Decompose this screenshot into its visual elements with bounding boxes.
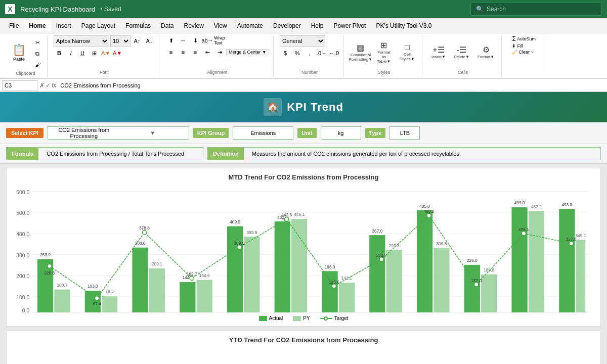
ribbon-number-group: General $ % , .0→ ←.0 Number	[276, 35, 344, 77]
font-color-button[interactable]: A▼	[112, 48, 123, 58]
bar-actual-may	[227, 226, 243, 312]
bar-py-apr	[197, 280, 212, 312]
legend-target-line-container	[320, 316, 332, 321]
clear-button[interactable]: 🧹Clear ~	[512, 50, 535, 55]
comma-button[interactable]: ,	[304, 48, 315, 58]
unit-value: kg	[321, 126, 361, 140]
increase-decimal-button[interactable]: .0→	[316, 48, 327, 58]
search-box[interactable]: 🔍	[470, 3, 602, 16]
kpi-group-value: Emissions	[233, 126, 293, 140]
number-format-select[interactable]: General	[280, 35, 325, 47]
wrap-text-button[interactable]: Wrap Text	[214, 35, 225, 46]
definition-text: Measures the amount of CO2 emissions gen…	[248, 149, 465, 159]
align-middle-button[interactable]: ↔	[178, 35, 189, 46]
svg-text:400.0: 400.0	[16, 232, 29, 237]
alignment-label: Alignment	[207, 69, 227, 75]
bar-actual-sep	[417, 210, 432, 312]
decrease-font-button[interactable]: A↓	[144, 36, 155, 46]
bar-py-jan	[54, 290, 70, 312]
copy-button[interactable]: ⧉	[32, 49, 43, 59]
format-as-table-button[interactable]: ⊞ Format as Table▼	[373, 38, 395, 66]
font-size-select[interactable]: 10	[110, 35, 131, 47]
svg-text:409.0: 409.0	[230, 219, 240, 224]
menu-home[interactable]: Home	[24, 20, 51, 31]
align-top-button[interactable]: ⬆	[165, 35, 177, 46]
align-left-button[interactable]: ≡	[165, 47, 177, 57]
mtd-chart-container: MTD Trend For CO2 Emissions from Process…	[6, 168, 601, 327]
kpi-group-label: KPI Group	[193, 128, 229, 138]
decrease-decimal-button[interactable]: ←.0	[328, 48, 339, 58]
indent-less-button[interactable]: ⇤	[202, 47, 213, 57]
menu-formulas[interactable]: Formulas	[120, 20, 156, 31]
cell-styles-button[interactable]: □ Cell Styles▼	[397, 41, 418, 63]
formula-box: Formula CO2 Emissions from Processing / …	[6, 147, 203, 160]
legend-target-circle	[324, 316, 328, 321]
align-bottom-button[interactable]: ⬇	[190, 35, 201, 46]
kpi-selected-value: CO2 Emissions from Processing	[50, 127, 118, 139]
font-family-select[interactable]: Aptos Narrow	[54, 35, 109, 47]
search-icon: 🔍	[476, 6, 484, 13]
svg-text:253.0: 253.0	[40, 252, 51, 257]
insert-cells-button[interactable]: +☰ Insert▼	[428, 43, 449, 61]
bar-actual-aug	[369, 235, 385, 312]
home-button[interactable]: 🏠	[264, 98, 282, 116]
cells-label: Cells	[458, 69, 468, 75]
format-cells-button[interactable]: ⚙ Format▼	[474, 43, 497, 61]
excel-icon: X	[5, 4, 15, 14]
svg-text:108.7: 108.7	[57, 283, 67, 288]
format-painter-button[interactable]: 🖌	[32, 60, 43, 70]
kpi-dropdown[interactable]: CO2 Emissions from Processing ▼	[48, 126, 189, 140]
menu-developer[interactable]: Developer	[268, 20, 306, 31]
styles-label: Styles	[378, 69, 391, 75]
menu-page-layout[interactable]: Page Layout	[76, 20, 120, 31]
border-button[interactable]: ⊞	[89, 48, 100, 58]
menu-review[interactable]: Review	[179, 20, 208, 31]
svg-text:378.8: 378.8	[139, 225, 150, 231]
select-kpi-button[interactable]: Select KPI	[6, 128, 44, 138]
saved-indicator: • Saved	[100, 6, 121, 13]
italic-button[interactable]: I	[65, 48, 76, 58]
target-point-jun	[285, 217, 289, 221]
formula-input[interactable]	[58, 80, 605, 90]
fill-color-button[interactable]: A▼	[100, 48, 111, 58]
menu-power-pivot[interactable]: Power Pivot	[328, 20, 371, 31]
confirm-formula-icon[interactable]: ✓	[46, 82, 51, 89]
merge-center-button[interactable]: Merge & Center ▼	[226, 49, 269, 55]
cell-reference[interactable]: C3	[2, 80, 37, 90]
orientation-button[interactable]: ab→	[202, 35, 213, 46]
menu-data[interactable]: Data	[156, 20, 179, 31]
menu-automate[interactable]: Automate	[232, 20, 268, 31]
delete-cells-button[interactable]: -☰ Delete▼	[451, 43, 472, 61]
percent-button[interactable]: %	[292, 48, 303, 58]
conditional-formatting-button[interactable]: ▦ Conditional Formatting▼	[350, 41, 371, 64]
bold-button[interactable]: B	[54, 48, 65, 58]
svg-text:500.0: 500.0	[16, 210, 29, 216]
menu-view[interactable]: View	[209, 20, 232, 31]
autosum-label: AutoSum	[517, 36, 536, 41]
target-point-mar	[142, 231, 146, 235]
bar-actual-dec	[559, 209, 575, 312]
currency-button[interactable]: $	[280, 48, 291, 58]
menu-pk-utility[interactable]: PK's Utility Tool V3.0	[371, 20, 437, 31]
kpi-dropdown-arrow: ▼	[119, 130, 187, 136]
menu-file[interactable]: File	[4, 20, 24, 31]
paste-button[interactable]: 📋 Paste	[8, 40, 30, 65]
fill-button[interactable]: ⬇Fill	[512, 43, 535, 49]
cancel-formula-icon[interactable]: ✗	[39, 82, 45, 89]
underline-button[interactable]: U	[77, 48, 88, 58]
align-center-button[interactable]: ≡	[178, 47, 189, 57]
bar-py-sep	[433, 248, 449, 312]
ribbon-styles-group: ▦ Conditional Formatting▼ ⊞ Format as Ta…	[346, 35, 422, 77]
menu-bar: File Home Insert Page Layout Formulas Da…	[0, 18, 607, 33]
menu-help[interactable]: Help	[306, 20, 329, 31]
menu-insert[interactable]: Insert	[51, 20, 76, 31]
legend-target-label: Target	[334, 315, 349, 321]
indent-more-button[interactable]: ⇥	[214, 47, 225, 57]
increase-font-button[interactable]: A↑	[132, 36, 143, 46]
legend-py: PY	[293, 315, 310, 321]
align-right-button[interactable]: ≡	[190, 47, 201, 57]
cut-button[interactable]: ✂	[32, 37, 43, 48]
search-input[interactable]	[487, 6, 588, 13]
svg-text:345.1: 345.1	[575, 233, 586, 238]
ribbon-font-group: Aptos Narrow 10 A↑ A↓ B I U ⊞ A▼ A▼ Font	[50, 35, 159, 77]
